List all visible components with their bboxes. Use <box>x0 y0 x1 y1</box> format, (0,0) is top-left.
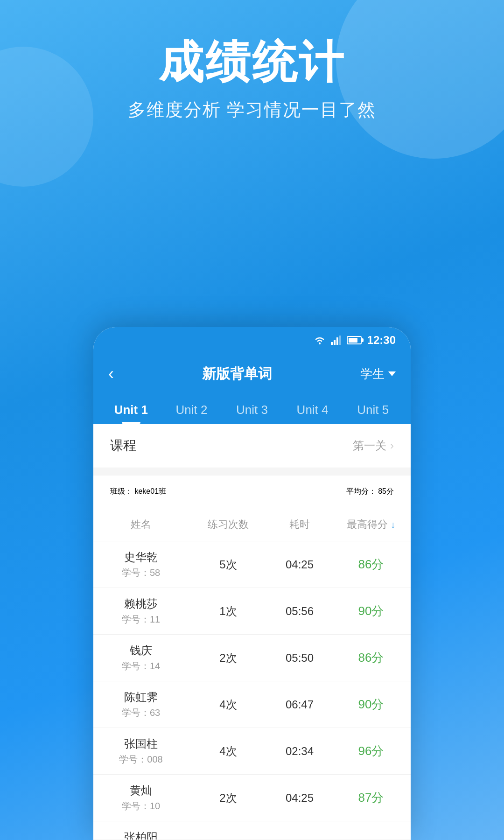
table-row: 史华乾 学号：58 5次 04:25 86分 <box>93 541 411 588</box>
avg-score-value: 85分 <box>378 487 394 495</box>
svg-rect-3 <box>336 337 338 345</box>
table-row: 钱庆 学号：14 2次 05:50 86分 <box>93 635 411 681</box>
student-name-cell: 张国柱 学号：008 <box>93 728 189 774</box>
status-icons <box>313 336 362 345</box>
signal-icon <box>331 336 342 345</box>
student-score-cell: 87分 <box>331 775 411 821</box>
phone-mockup: 12:30 ‹ 新版背单词 学生 Unit 1 Unit 2 Unit 3 Un… <box>93 327 411 840</box>
class-label: 班级： <box>110 487 133 495</box>
student-time-cell: 04:25 <box>268 775 331 821</box>
student-score-cell: 86分 <box>331 635 411 681</box>
student-time-cell: 06:47 <box>268 681 331 728</box>
table-row: 陈虹霁 学号：63 4次 06:47 90分 <box>93 681 411 728</box>
student-count-cell: 1次 <box>189 588 268 634</box>
tab-bar: Unit 1 Unit 2 Unit 3 Unit 4 Unit 5 <box>93 394 411 424</box>
student-label: 学生 <box>360 366 385 382</box>
content-area: 课程 第一关 › 班级： keke01班 平均分： 85分 姓名 <box>93 424 411 840</box>
student-time-cell: 05:56 <box>268 588 331 634</box>
student-time-cell: 05:50 <box>268 635 331 681</box>
student-count-cell: 5次 <box>189 541 268 588</box>
class-info-row: 班级： keke01班 平均分： 85分 <box>93 476 411 508</box>
hero-title: 成绩统计 <box>19 37 485 87</box>
student-name-cell: 黄灿 学号：10 <box>93 775 189 821</box>
sort-icon: ↓ <box>391 519 395 530</box>
student-count-cell: 2次 <box>189 635 268 681</box>
svg-rect-2 <box>334 340 336 345</box>
student-score-cell: 96分 <box>331 728 411 774</box>
table-row: 赖桃莎 学号：11 1次 05:56 90分 <box>93 588 411 635</box>
status-time: 12:30 <box>367 334 396 347</box>
student-name-cell: 赖桃莎 学号：11 <box>93 588 189 634</box>
course-link-text: 第一关 <box>353 438 386 453</box>
table-row: 黄灿 学号：10 2次 04:25 87分 <box>93 775 411 821</box>
student-name-cell: 张柏阳 <box>93 821 189 840</box>
wifi-icon <box>313 336 326 345</box>
svg-rect-4 <box>339 336 341 345</box>
status-bar: 12:30 <box>93 327 411 353</box>
app-header: ‹ 新版背单词 学生 <box>93 353 411 394</box>
student-score-cell: 86分 <box>331 541 411 588</box>
class-name-display: 班级： keke01班 <box>110 487 166 497</box>
avg-label: 平均分： <box>346 487 376 495</box>
th-count: 练习次数 <box>189 508 268 541</box>
svg-point-0 <box>319 343 321 344</box>
tab-unit4[interactable]: Unit 4 <box>282 394 343 424</box>
student-score-cell: 90分 <box>331 588 411 634</box>
student-count-cell: 4次 <box>189 681 268 728</box>
dropdown-icon <box>388 371 396 376</box>
th-name: 姓名 <box>93 508 189 541</box>
student-name-cell: 钱庆 学号：14 <box>93 635 189 681</box>
th-score[interactable]: 最高得分 ↓ <box>331 508 411 541</box>
tab-unit2[interactable]: Unit 2 <box>161 394 222 424</box>
student-score-cell: 90分 <box>331 681 411 728</box>
tab-unit5[interactable]: Unit 5 <box>343 394 403 424</box>
class-name: keke01班 <box>134 487 166 495</box>
student-name-cell: 史华乾 学号：58 <box>93 541 189 588</box>
hero-subtitle: 多维度分析 学习情况一目了然 <box>19 98 485 122</box>
hero-section: 成绩统计 多维度分析 学习情况一目了然 <box>0 0 504 140</box>
avg-score-display: 平均分： 85分 <box>346 487 394 497</box>
student-count-cell: 4次 <box>189 728 268 774</box>
student-time-cell: 02:34 <box>268 728 331 774</box>
student-name-cell: 陈虹霁 学号：63 <box>93 681 189 728</box>
back-button[interactable]: ‹ <box>108 364 114 384</box>
table-row: 张柏阳 <box>93 821 411 840</box>
course-row: 课程 第一关 › <box>93 424 411 468</box>
table-row: 张国柱 学号：008 4次 02:34 96分 <box>93 728 411 775</box>
svg-rect-1 <box>331 342 333 345</box>
chevron-right-icon: › <box>390 439 394 452</box>
battery-icon <box>347 336 362 344</box>
student-time-cell: 04:25 <box>268 541 331 588</box>
th-time: 耗时 <box>268 508 331 541</box>
course-link[interactable]: 第一关 › <box>353 438 394 453</box>
tab-unit3[interactable]: Unit 3 <box>222 394 282 424</box>
tab-unit1[interactable]: Unit 1 <box>101 394 161 424</box>
student-selector[interactable]: 学生 <box>360 366 396 382</box>
course-label: 课程 <box>110 437 136 455</box>
table-header: 姓名 练习次数 耗时 最高得分 ↓ <box>93 508 411 541</box>
student-count-cell: 2次 <box>189 775 268 821</box>
phone-frame: 12:30 ‹ 新版背单词 学生 Unit 1 Unit 2 Unit 3 Un… <box>93 327 411 840</box>
app-title: 新版背单词 <box>202 364 272 384</box>
